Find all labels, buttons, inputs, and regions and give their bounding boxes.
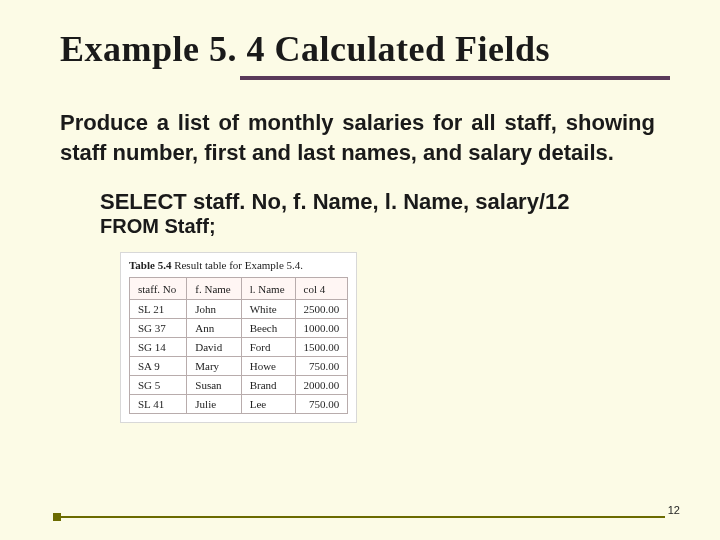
table-caption: Table 5.4 Result table for Example 5.4. [129,259,348,271]
sql-from-line: FROM Staff; [100,215,670,238]
cell: Beech [241,319,295,338]
table-row: SA 9 Mary Howe 750.00 [130,357,348,376]
slide: Example 5. 4 Calculated Fields Produce a… [0,0,720,540]
col-header: staff. No [130,278,187,300]
result-table: staff. No f. Name l. Name col 4 SL 21 Jo… [129,277,348,414]
cell: SL 41 [130,395,187,414]
cell: David [187,338,241,357]
page-number: 12 [668,504,680,516]
col-header: l. Name [241,278,295,300]
cell: SA 9 [130,357,187,376]
cell: SG 5 [130,376,187,395]
table-row: SG 5 Susan Brand 2000.00 [130,376,348,395]
col-header: col 4 [295,278,348,300]
cell: Ann [187,319,241,338]
cell: Howe [241,357,295,376]
cell: 2500.00 [295,300,348,319]
cell: Brand [241,376,295,395]
cell: 750.00 [295,357,348,376]
slide-title: Example 5. 4 Calculated Fields [60,28,670,70]
result-table-container: Table 5.4 Result table for Example 5.4. … [120,252,357,423]
table-row: SG 14 David Ford 1500.00 [130,338,348,357]
table-header-row: staff. No f. Name l. Name col 4 [130,278,348,300]
table-row: SL 21 John White 2500.00 [130,300,348,319]
sql-query: SELECT staff. No, f. Name, l. Name, sala… [100,189,670,238]
cell: Lee [241,395,295,414]
problem-description: Produce a list of monthly salaries for a… [60,108,670,167]
table-caption-text: Result table for Example 5.4. [171,259,303,271]
cell: SG 14 [130,338,187,357]
table-row: SG 37 Ann Beech 1000.00 [130,319,348,338]
cell: 2000.00 [295,376,348,395]
title-underline [240,76,670,80]
cell: Mary [187,357,241,376]
cell: Ford [241,338,295,357]
table-caption-label: Table 5.4 [129,259,171,271]
cell: SG 37 [130,319,187,338]
cell: Julie [187,395,241,414]
sql-select-line: SELECT staff. No, f. Name, l. Name, sala… [100,189,670,215]
cell: White [241,300,295,319]
cell: 1000.00 [295,319,348,338]
col-header: f. Name [187,278,241,300]
cell: 750.00 [295,395,348,414]
table-row: SL 41 Julie Lee 750.00 [130,395,348,414]
cell: SL 21 [130,300,187,319]
cell: John [187,300,241,319]
footer-divider [55,516,665,518]
cell: 1500.00 [295,338,348,357]
cell: Susan [187,376,241,395]
